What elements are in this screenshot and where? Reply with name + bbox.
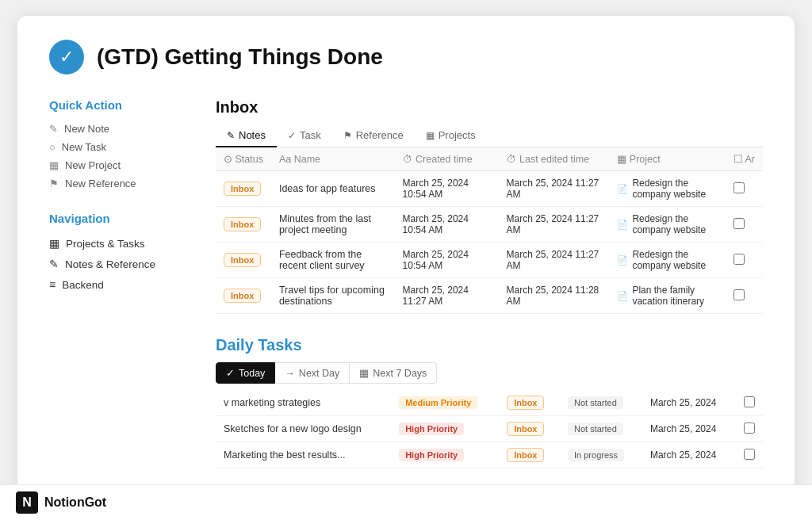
project-name: Redesign the company website	[632, 249, 717, 271]
projects-tab-label: Projects	[439, 129, 476, 141]
main-layout: Quick Action ✎ New Note ○ New Task ▦ New…	[49, 98, 763, 468]
archive-cell	[726, 171, 763, 207]
list-item: Marketing the best results... High Prior…	[216, 442, 763, 468]
daily-tab-nextday[interactable]: → Next Day	[275, 362, 350, 384]
task-inbox-badge: Inbox	[507, 396, 544, 410]
archive-checkbox[interactable]	[733, 254, 745, 265]
col-created: ⏱ Created time	[395, 147, 499, 171]
edited-cell: March 25, 2024 11:27 AM	[499, 243, 610, 278]
reference-tab-label: Reference	[356, 129, 404, 141]
task-status-badge-cell: Inbox	[499, 416, 560, 442]
project-link: 📄 Redesign the company website	[617, 249, 717, 271]
inbox-table: ⊙ Status Aa Name ⏱ Created time ⏱ Last e…	[216, 147, 763, 314]
table-row: Inbox Feedback from the recent client su…	[216, 243, 763, 278]
archive-cell	[726, 278, 763, 314]
bottom-bar: N NotionGot	[0, 484, 812, 520]
col-archive: ☐ Ar	[726, 147, 763, 171]
task-checkbox[interactable]	[744, 396, 755, 407]
notes-tab-icon: ✎	[227, 130, 235, 141]
status-cell: Inbox	[216, 278, 271, 314]
daily-tasks-tabs: ✓ Today → Next Day ▦ Next 7 Days	[216, 362, 763, 384]
priority-badge: Medium Priority	[399, 396, 477, 409]
status-cell: Inbox	[216, 171, 271, 207]
new-task-action[interactable]: ○ New Task	[49, 138, 192, 156]
created-cell: March 25, 2024 11:27 AM	[395, 278, 499, 314]
new-project-action[interactable]: ▦ New Project	[49, 156, 192, 174]
page-title: (GTD) Getting Things Done	[97, 44, 383, 70]
task-tab-label: Task	[300, 129, 321, 141]
task-inbox-badge: Inbox	[507, 448, 544, 462]
nav-projects-label: Projects & Tasks	[66, 238, 145, 250]
task-name-cell: Marketing the best results...	[216, 442, 391, 468]
reference-icon: ⚑	[49, 178, 59, 189]
nav-backend[interactable]: ≡ Backend	[49, 274, 192, 295]
task-checkbox-cell	[736, 442, 763, 468]
page-header: ✓ (GTD) Getting Things Done	[49, 40, 763, 75]
task-date-cell: March 25, 2024	[642, 390, 736, 416]
name-cell: Feedback from the recent client survey	[271, 243, 395, 278]
archive-checkbox[interactable]	[733, 218, 745, 229]
status-cell: Inbox	[216, 207, 271, 243]
tab-reference[interactable]: ⚑ Reference	[332, 124, 415, 147]
tab-task[interactable]: ✓ Task	[277, 124, 332, 147]
status-badge: Inbox	[224, 182, 261, 196]
task-checkbox[interactable]	[744, 422, 755, 434]
next7-label: Next 7 Days	[373, 368, 427, 379]
not-started-badge: Not started	[568, 422, 623, 435]
table-header-row: ⊙ Status Aa Name ⏱ Created time ⏱ Last e…	[216, 147, 763, 171]
new-note-action[interactable]: ✎ New Note	[49, 120, 192, 138]
col-status: ⊙ Status	[216, 147, 271, 171]
tab-notes[interactable]: ✎ Notes	[216, 124, 277, 147]
not-started-badge: In progress	[568, 449, 624, 461]
page-container: ✓ (GTD) Getting Things Done Quick Action…	[17, 16, 795, 507]
task-checkbox[interactable]	[744, 449, 755, 460]
archive-checkbox[interactable]	[733, 289, 745, 300]
project-icon: ▦	[49, 159, 59, 171]
task-status-badge-cell: Inbox	[499, 442, 560, 468]
notes-icon: ✎	[49, 258, 59, 270]
name-cell: Travel tips for upcoming destinations	[271, 278, 395, 314]
priority-cell: Medium Priority	[391, 390, 499, 416]
project-link: 📄 Redesign the company website	[617, 178, 717, 200]
brand-name: NotionGot	[44, 495, 106, 510]
daily-tasks-title: Daily Tasks	[216, 336, 763, 354]
status-badge: Inbox	[224, 253, 261, 267]
new-reference-label: New Reference	[65, 178, 136, 189]
project-cell: 📄 Plan the family vacation itinerary	[609, 278, 725, 314]
priority-badge: High Priority	[399, 449, 464, 461]
priority-cell: High Priority	[391, 416, 499, 442]
notion-got-logo: N NotionGot	[16, 491, 106, 514]
navigation-title: Navigation	[49, 212, 192, 225]
not-started-badge: Not started	[568, 396, 623, 409]
project-link: 📄 Redesign the company website	[617, 213, 717, 235]
created-cell: March 25, 2024 10:54 AM	[395, 171, 499, 207]
col-project: ▦ Project	[609, 147, 725, 171]
nextday-icon: →	[285, 368, 295, 379]
daily-tab-next7[interactable]: ▦ Next 7 Days	[350, 362, 437, 384]
reference-tab-icon: ⚑	[343, 130, 352, 141]
archive-checkbox[interactable]	[733, 182, 745, 193]
today-icon: ✓	[226, 367, 235, 379]
nav-projects-tasks[interactable]: ▦ Projects & Tasks	[49, 233, 192, 254]
status-badge: Inbox	[224, 289, 261, 303]
col-name: Aa Name	[271, 147, 395, 171]
quick-action-title: Quick Action	[49, 98, 192, 112]
task-status-cell: Not started	[560, 390, 642, 416]
list-item: v marketing strategies Medium Priority I…	[216, 390, 763, 416]
table-row: Inbox Minutes from the last project meet…	[216, 207, 763, 243]
new-reference-action[interactable]: ⚑ New Reference	[49, 174, 192, 193]
projects-icon: ▦	[49, 237, 59, 250]
new-project-label: New Project	[65, 159, 121, 171]
col-edited: ⏱ Last edited time	[499, 147, 610, 171]
name-cell: Ideas for app features	[271, 171, 395, 207]
daily-tab-today[interactable]: ✓ Today	[216, 362, 275, 384]
new-task-label: New Task	[62, 141, 106, 153]
nav-notes-reference[interactable]: ✎ Notes & Reference	[49, 254, 192, 274]
nav-backend-label: Backend	[62, 279, 104, 291]
table-row: Inbox Travel tips for upcoming destinati…	[216, 278, 763, 314]
edited-cell: March 25, 2024 11:28 AM	[499, 278, 610, 314]
task-checkbox-cell	[736, 416, 763, 442]
tab-projects[interactable]: ▦ Projects	[415, 124, 487, 147]
daily-tasks-section: Daily Tasks ✓ Today → Next Day ▦ Next 7 …	[216, 336, 763, 468]
task-status-cell: In progress	[560, 442, 642, 468]
